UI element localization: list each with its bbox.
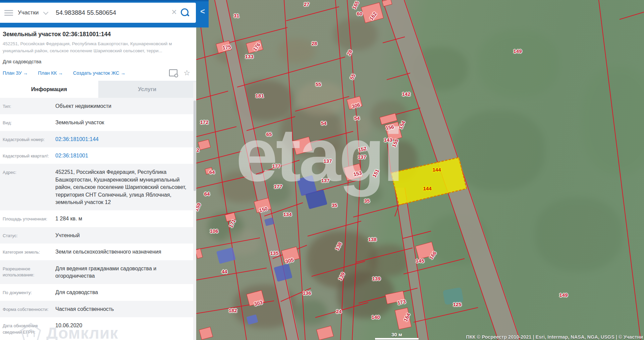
parcel-label-54[interactable]: 54: [354, 115, 360, 121]
parcel-label-28[interactable]: 28: [346, 49, 354, 57]
parcel-label-142[interactable]: 142: [402, 91, 410, 97]
parcel-label-181[interactable]: 181: [255, 93, 264, 98]
parcel-label-55[interactable]: 55: [349, 73, 357, 81]
chevron-down-icon[interactable]: [43, 9, 49, 15]
parcel-label-159[interactable]: 159: [196, 202, 202, 212]
attribute-value: 10.06.2020: [55, 322, 193, 336]
parcel-label-137[interactable]: 137: [321, 178, 329, 183]
plan-kk-link[interactable]: План КК →: [38, 70, 63, 76]
parcel-label-162[interactable]: 162: [368, 11, 378, 21]
parcel-label-31[interactable]: 31: [234, 13, 239, 18]
parcel-label-177[interactable]: 177: [274, 184, 282, 189]
search-input[interactable]: [55, 9, 171, 17]
parcel-label-64[interactable]: 64: [204, 191, 210, 197]
attribute-label: Дата обновления сведений ЕГРН:: [3, 322, 55, 336]
panel-tabs: ИнформацияУслуги: [0, 81, 196, 98]
parcel-label-166[interactable]: 166: [428, 250, 437, 260]
parcel-label-150[interactable]: 150: [259, 206, 268, 213]
parcel-label-133[interactable]: 133: [245, 54, 253, 59]
info-panel: Земельный участок 02:36:181001:144 45225…: [0, 27, 196, 340]
parcel-label-149[interactable]: 149: [559, 292, 568, 298]
attribute-label: Форма собственности:: [3, 305, 55, 313]
parcel-label-106[interactable]: 106: [210, 228, 218, 234]
parcel-label-153[interactable]: 153: [353, 170, 362, 177]
attribute-value: 1 284 кв. м: [55, 215, 193, 222]
parcel-label-125[interactable]: 125: [453, 301, 461, 307]
parcel-label-137[interactable]: 137: [323, 158, 332, 164]
parcel-label-306[interactable]: 306: [351, 102, 361, 110]
parcel-label-65[interactable]: 65: [266, 131, 272, 137]
attribute-row: По документу:Для садоводства: [0, 284, 196, 300]
attribute-label: Статус:: [3, 232, 55, 239]
map-scale-bar: 30 м: [375, 332, 419, 340]
parcel-label-60[interactable]: 60: [357, 11, 363, 16]
parcel-label-139[interactable]: 139: [372, 276, 380, 281]
parcel-label-28[interactable]: 28: [312, 41, 317, 46]
map-canvas[interactable]: etagi 3127165601621491751761332828555518…: [196, 0, 644, 340]
search-category-select[interactable]: Участки: [18, 9, 39, 16]
parcel-label-171[interactable]: 171: [228, 218, 236, 228]
parcel-label-182[interactable]: 182: [228, 308, 237, 313]
attribute-value: 452251, Российская Федерация, Республика…: [55, 168, 193, 206]
parcel-label-164[interactable]: 164: [402, 312, 411, 322]
parcel-label-173[interactable]: 173: [397, 298, 406, 306]
search-icon[interactable]: [181, 8, 189, 16]
parcel-label-175[interactable]: 175: [222, 44, 231, 51]
clear-search-icon[interactable]: ×: [171, 8, 177, 17]
parcel-label-27[interactable]: 27: [304, 1, 310, 7]
parcel-label-64[interactable]: 64: [209, 169, 215, 175]
parcel-label-138[interactable]: 138: [368, 236, 376, 242]
parcel-label-135[interactable]: 135: [270, 250, 278, 256]
parcel-label-143[interactable]: 143: [384, 137, 392, 143]
parcel-label-149[interactable]: 149: [513, 48, 522, 54]
parcel-label-35[interactable]: 35: [332, 202, 337, 208]
parcel-label-172[interactable]: 172: [200, 119, 208, 125]
parcel-label-35[interactable]: 35: [364, 198, 370, 204]
preview-plan-icon[interactable]: [169, 69, 177, 76]
attribute-row: Разрешенное использование:Для ведения гр…: [0, 260, 196, 284]
tab-information[interactable]: Информация: [0, 81, 98, 98]
attribute-value-link[interactable]: 02:36:181001:144: [55, 136, 193, 143]
parcel-label-152[interactable]: 152: [358, 145, 367, 153]
parcel-label-24[interactable]: 24: [336, 309, 342, 314]
parcel-label-134[interactable]: 134: [283, 211, 291, 217]
attribute-row: Категория земель:Земли сельскохозяйствен…: [0, 244, 196, 260]
parcel-label-303[interactable]: 303: [254, 299, 263, 307]
parcel-label-154[interactable]: 154: [397, 120, 406, 130]
parcel-label-137[interactable]: 137: [358, 154, 366, 160]
parcel-label-2[interactable]: 2: [197, 147, 199, 153]
parcel-label-165[interactable]: 165: [351, 0, 360, 10]
parcel-label-144[interactable]: 144: [423, 186, 431, 191]
attribute-row: Статус:Учтенный: [0, 227, 196, 244]
collapse-panel-icon[interactable]: <: [200, 7, 205, 16]
favorite-star-icon[interactable]: ☆: [183, 69, 190, 77]
parcel-label-144[interactable]: 144: [432, 167, 441, 173]
parcel-label-151[interactable]: 151: [371, 168, 380, 178]
parcel-label-177[interactable]: 177: [272, 163, 280, 169]
attribute-row: Тип:Объект недвижимости: [0, 98, 196, 114]
parcel-label-44[interactable]: 44: [222, 269, 227, 274]
attribute-row: Вид:Земельный участок: [0, 114, 196, 131]
attribute-value-link[interactable]: 02:36:181001: [55, 152, 193, 159]
parcel-label-136[interactable]: 136: [303, 290, 311, 296]
tab-services[interactable]: Услуги: [98, 81, 197, 98]
attribute-label: Разрешенное использование:: [3, 265, 55, 280]
parcel-label-176[interactable]: 176: [252, 42, 261, 52]
parcel-label-55[interactable]: 55: [316, 81, 321, 87]
parcel-label-139[interactable]: 139: [337, 271, 346, 281]
menu-icon[interactable]: [4, 9, 13, 17]
parcel-label-145[interactable]: 145: [416, 258, 424, 264]
parcel-label-140[interactable]: 140: [371, 314, 380, 320]
parcel-label-54[interactable]: 54: [321, 120, 327, 126]
plan-zu-link[interactable]: План ЗУ →: [3, 70, 28, 76]
scrollbar-thumb[interactable]: [194, 100, 196, 191]
parcel-label-138[interactable]: 138: [334, 241, 343, 251]
parcel-label-156[interactable]: 156: [385, 124, 394, 131]
attribute-label: Площадь уточненная:: [3, 215, 55, 222]
create-parcel-link[interactable]: Создать участок ЖС →: [73, 70, 125, 76]
panel-scrollbar[interactable]: [193, 82, 196, 340]
attribute-value: Для ведения гражданами садоводства и ого…: [55, 265, 193, 280]
parcel-label-305[interactable]: 305: [285, 257, 294, 265]
attributes-table: Тип:Объект недвижимостиВид:Земельный уча…: [0, 98, 196, 340]
attribute-row: Кадастровый номер:02:36:181001:144: [0, 131, 196, 147]
